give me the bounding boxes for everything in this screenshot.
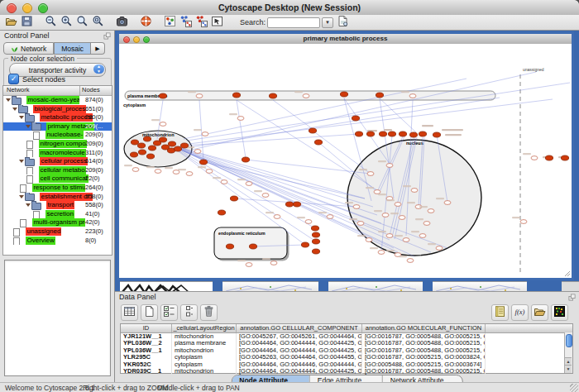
help-ring-button[interactable] xyxy=(138,16,154,30)
toolbar-separator xyxy=(35,16,43,30)
zoom-region-button[interactable] xyxy=(90,16,106,30)
column-header[interactable]: annotation.GO CELLULAR_COMPONENT xyxy=(237,324,362,332)
network-node-selected xyxy=(218,210,225,215)
zoom-fit-button[interactable] xyxy=(74,16,90,30)
float-panel-icon[interactable] xyxy=(103,32,111,41)
import-attributes-button[interactable] xyxy=(531,304,548,321)
tree-expander-icon[interactable] xyxy=(12,108,17,111)
tree-expander-icon[interactable] xyxy=(19,195,24,198)
network-node xyxy=(386,164,393,168)
tree-body: mosaic-demo-yeast 874(0) biological_proc… xyxy=(3,96,112,245)
status-welcome: Welcome to Cytoscape 2.8.1 xyxy=(5,384,95,392)
zoom-out-button[interactable] xyxy=(43,16,59,30)
tree-row[interactable]: macromolecule 311(0) xyxy=(3,149,112,158)
tree-row[interactable]: mosaic-demo-yeast 874(0) xyxy=(3,96,112,105)
network-edit-blue-icon xyxy=(179,15,192,30)
network-node xyxy=(132,168,139,172)
delete-attribute-button[interactable] xyxy=(200,304,218,321)
network-node-selected xyxy=(242,157,249,162)
tree-row[interactable]: establishment of lo 558(0) xyxy=(3,193,112,202)
tab-network[interactable]: Network xyxy=(3,42,54,55)
tree-expander-icon[interactable] xyxy=(26,203,31,207)
attribute-matrix-button[interactable] xyxy=(551,304,568,321)
background-window-fragment[interactable] xyxy=(328,281,423,291)
tree-row[interactable]: primary metabo 209(... xyxy=(3,122,112,131)
tree-expander-icon[interactable] xyxy=(6,98,11,102)
table-row[interactable]: YJR121W__1mitochondrion[GO:0045267, GO:0… xyxy=(121,333,572,340)
birds-eye-view[interactable] xyxy=(4,260,111,376)
tree-expander-icon[interactable] xyxy=(19,116,24,119)
tree-row[interactable]: nucleobase- 209(0) xyxy=(3,131,112,140)
network-edit-red-button[interactable] xyxy=(194,16,209,30)
background-window-fragment[interactable] xyxy=(433,281,527,291)
network-node-selected xyxy=(180,143,188,148)
network-node xyxy=(428,209,434,213)
network-node xyxy=(423,222,430,226)
network-node xyxy=(303,94,309,98)
select-nodes-checkbox[interactable]: ✓ xyxy=(8,74,19,84)
table-cell: [GO:0016787, GO:0005488, GO:0005215, G..… xyxy=(362,347,486,354)
tab-overflow-arrow[interactable]: ▶ xyxy=(91,42,104,55)
attribute-rows-button[interactable] xyxy=(180,304,198,321)
vizmapper-button[interactable] xyxy=(162,16,178,30)
column-header[interactable]: annotation.GO MOLECULAR_FUNCTION xyxy=(362,324,486,332)
tree-row[interactable]: cellular process 614(0) xyxy=(3,157,112,166)
folder-icon xyxy=(18,106,28,113)
background-window-fragment xyxy=(562,281,579,291)
attribute-formula-button[interactable]: f(x) xyxy=(511,304,529,321)
table-scrollbar[interactable]: ▲ ▼ xyxy=(564,332,572,373)
toolbar-separator xyxy=(154,16,162,30)
tree-row[interactable]: Overview 8(0) xyxy=(3,237,112,246)
tree-col-network[interactable]: Network xyxy=(3,86,79,95)
folder-icon xyxy=(12,98,22,105)
tree-expander-icon[interactable] xyxy=(19,160,24,163)
attribute-notes-button[interactable] xyxy=(491,304,509,321)
tree-row[interactable]: biological_process 651(0) xyxy=(3,105,112,114)
network-canvas[interactable]: plasma membranecytoplasmmitochondrionnuc… xyxy=(119,44,572,278)
table-row[interactable]: YPL036W__2plasma membrane[GO:0044464, GO… xyxy=(121,340,572,347)
table-row[interactable]: YPL036W__1mitochondrion[GO:0044464, GO:0… xyxy=(121,347,572,354)
tree-row[interactable]: secretion 41(0) xyxy=(3,210,112,219)
column-header[interactable]: _cellularLayoutRegion xyxy=(172,324,237,332)
scrollbar-thumb[interactable] xyxy=(566,334,572,347)
create-attribute-button[interactable] xyxy=(141,304,158,321)
zoom-in-icon xyxy=(60,15,73,30)
resize-grip[interactable] xyxy=(570,384,578,392)
network-edit-blue-button[interactable] xyxy=(178,16,194,30)
scroll-down-arrow[interactable]: ▼ xyxy=(565,365,572,373)
table-cell: [GO:0044464, GO:0044444, GO:0044425, G..… xyxy=(237,347,362,354)
tree-row[interactable]: metabolic process 280(0) xyxy=(3,113,112,122)
tree-row[interactable]: transport 558(0) xyxy=(3,201,112,210)
column-header[interactable]: ID xyxy=(121,324,172,332)
network-node-selected xyxy=(388,131,395,136)
tree-col-nodes[interactable]: Nodes xyxy=(79,86,112,95)
select-attributes-button[interactable] xyxy=(160,304,178,321)
network-node-selected xyxy=(159,93,166,98)
open-session-button[interactable] xyxy=(3,16,19,30)
tree-row[interactable]: cell communicat 22(0) xyxy=(3,174,112,184)
annotation-tool-button[interactable] xyxy=(209,16,225,30)
file-icon xyxy=(26,175,33,184)
attribute-table-button[interactable] xyxy=(121,304,138,321)
table-row[interactable]: YLR295Ccytoplasm[GO:0045263, GO:0044464,… xyxy=(121,354,572,361)
background-window-fragment[interactable] xyxy=(223,281,318,291)
tree-row[interactable]: multi-organism pro 42(0) xyxy=(3,218,112,227)
zoom-in-button[interactable] xyxy=(59,16,74,30)
tree-row[interactable]: nitrogen compo 209(0) xyxy=(3,140,112,149)
take-snapshot-button[interactable] xyxy=(114,16,130,30)
network-node-selected xyxy=(379,131,386,136)
tree-row[interactable]: cellular metabo 209(0) xyxy=(3,166,112,175)
tab-mosaic[interactable]: Mosaic xyxy=(54,42,91,55)
table-row[interactable]: YKR052Ccytoplasm[GO:0044464, GO:0044446,… xyxy=(121,361,572,368)
search-options-doc-button[interactable] xyxy=(335,16,351,30)
tree-row[interactable]: unassigned 223(0) xyxy=(3,227,112,237)
tree-row[interactable]: response to stimulu 264(0) xyxy=(3,184,112,193)
tree-expander-icon[interactable] xyxy=(26,125,31,128)
network-node xyxy=(395,203,401,207)
save-session-button[interactable] xyxy=(19,16,35,30)
group-label: Node color selection xyxy=(8,55,77,63)
search-input[interactable] xyxy=(267,17,320,28)
search-dropdown-button[interactable]: ▼ xyxy=(322,17,333,28)
background-window-fragment[interactable] xyxy=(120,281,213,291)
network-desktop-area: primary metabolic process plasma membran… xyxy=(115,31,579,291)
